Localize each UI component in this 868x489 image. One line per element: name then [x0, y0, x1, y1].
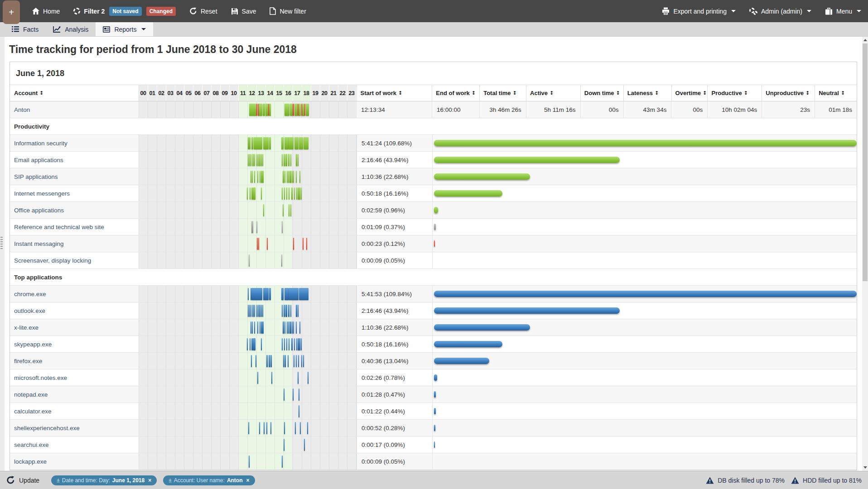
scroll-up-button[interactable] [862, 37, 868, 43]
row-label-link[interactable]: lockapp.exe [14, 458, 47, 465]
panel-resize-handle[interactable] [0, 237, 3, 249]
row-label-link[interactable]: Anton [14, 106, 30, 113]
hour-header: 11 [239, 85, 248, 101]
vertical-scrollbar[interactable] [862, 37, 868, 471]
add-tab-button[interactable]: + [3, 0, 20, 24]
row-label-link[interactable]: SIP applications [14, 173, 58, 180]
timeline-bar [252, 171, 253, 183]
account-label-cell: Office applications [10, 202, 139, 218]
nav-export-printing[interactable]: Export and printing [655, 0, 743, 22]
timeline-bar [282, 221, 283, 233]
timeline-bar [269, 288, 271, 300]
report-area: Time tracking for period from 1 June 201… [0, 37, 862, 471]
column-header-total-time[interactable]: Total time↕ [479, 85, 526, 101]
duration-bar-cell [432, 302, 857, 319]
nav-home-label: Home [43, 8, 60, 15]
account-label-cell: Internet messengers [10, 185, 139, 201]
row-label-link[interactable]: Screensaver, display locking [14, 257, 91, 264]
timeline-cell [139, 453, 357, 470]
chevron-down-icon [857, 10, 861, 12]
filter-chip-date[interactable]: ± Date and time: Day: June 1, 2018 × [51, 475, 157, 485]
update-button[interactable]: Update [6, 476, 39, 484]
column-header-end-of-work[interactable]: End of work↕ [432, 85, 479, 101]
left-gutter [0, 37, 5, 471]
summary-value-cell: 43m 34s [623, 101, 671, 118]
tab-facts-label: Facts [23, 26, 39, 33]
timeline-bar [282, 154, 283, 166]
tab-reports[interactable]: Reports [96, 22, 153, 36]
column-header-productive[interactable]: Productive↕ [707, 85, 762, 101]
hour-headers: 0001020304050607080910111213141516171819… [139, 85, 357, 101]
chip-close-icon[interactable]: × [148, 477, 151, 484]
timeline-bar [299, 338, 300, 350]
chip-close-icon[interactable]: × [246, 477, 250, 484]
timeline-bar [256, 221, 257, 233]
timeline-bar [257, 171, 258, 183]
timeline-bar [249, 305, 250, 317]
row-label-link[interactable]: outlook.exe [14, 307, 45, 314]
timeline-bar [249, 154, 250, 166]
column-header-account[interactable]: Account↕ [10, 85, 139, 101]
row-label-link[interactable]: chrome.exe [14, 291, 46, 297]
timeline-bar [283, 171, 284, 183]
scroll-down-button[interactable] [862, 464, 868, 471]
row-label-link[interactable]: firefox.exe [14, 358, 42, 364]
chip-value: Anton [227, 477, 243, 484]
nav-menu[interactable]: Menu [818, 0, 868, 22]
nav-filter[interactable]: Filter 2 Not saved Changed [67, 0, 183, 22]
column-header-lateness[interactable]: Lateness↕ [623, 85, 671, 101]
column-header-neutral[interactable]: Neutral↕ [815, 85, 857, 101]
timeline-bar [271, 372, 272, 384]
column-header-overtime[interactable]: Overtime↕ [671, 85, 708, 101]
nav-reset[interactable]: Reset [183, 0, 224, 22]
hour-header: 04 [175, 85, 184, 101]
row-label-link[interactable]: Email applications [14, 157, 63, 163]
table-row: firefox.exe0:40:36 (13.04%) [10, 353, 857, 369]
column-header-start-of-work[interactable]: Start of work↕ [357, 85, 432, 101]
row-label-link[interactable]: searchui.exe [14, 441, 49, 448]
timeline-bar [294, 104, 298, 116]
tab-analysis[interactable]: Analysis [46, 22, 96, 36]
sort-icon: ↕ [805, 90, 810, 96]
duration-bar-cell [432, 436, 857, 453]
row-label-link[interactable]: x-lite.exe [14, 324, 39, 331]
timeline-bar [251, 355, 252, 367]
duration-bar [434, 224, 436, 230]
row-label-link[interactable]: Reference and technical web site [14, 224, 104, 230]
row-label-link[interactable]: skypeapp.exe [14, 341, 52, 348]
hour-header: 09 [221, 85, 230, 101]
row-label-link[interactable]: Office applications [14, 207, 64, 214]
timeline-cell [139, 101, 356, 118]
duration-bar [434, 441, 435, 448]
nav-save[interactable]: Save [224, 0, 263, 22]
timeline-bar [259, 305, 260, 317]
duration-value-cell: 0:01:22 (0.44%) [357, 403, 432, 419]
timeline-bar [285, 355, 286, 367]
tab-facts[interactable]: Facts [5, 22, 46, 36]
duration-value-cell: 0:00:09 (0.05%) [357, 453, 432, 470]
column-header-active[interactable]: Active↕ [526, 85, 580, 101]
timeline-bar [289, 137, 294, 149]
row-label-link[interactable]: Information security [14, 140, 68, 147]
nav-home[interactable]: Home [25, 0, 67, 22]
timeline-bar [254, 171, 255, 183]
filter-chip-account[interactable]: ± Account: User name: Anton × [163, 475, 255, 485]
duration-bar [434, 207, 438, 213]
row-label-link[interactable]: shellexperiencehost.exe [14, 425, 80, 431]
row-label-link[interactable]: Internet messengers [14, 190, 70, 197]
nav-new-filter[interactable]: New filter [263, 0, 313, 22]
column-header-unproductive[interactable]: Unproductive↕ [762, 85, 815, 101]
row-label-link[interactable]: Instant messaging [14, 240, 64, 247]
row-label-link[interactable]: microsoft.notes.exe [14, 374, 67, 381]
row-label-link[interactable]: notepad.exe [14, 391, 48, 398]
timeline-bar [288, 321, 289, 334]
row-label-link[interactable]: calculator.exe [14, 408, 52, 415]
column-header-down-time[interactable]: Down time↕ [580, 85, 623, 101]
timeline-bar [251, 288, 262, 300]
changed-badge: Changed [146, 7, 176, 16]
timeline-bar [298, 355, 299, 367]
nav-admin[interactable]: Admin (admin) [743, 0, 818, 22]
hour-header: 02 [157, 85, 166, 101]
timeline-bar [285, 288, 288, 300]
scrollbar-thumb[interactable] [863, 43, 868, 281]
